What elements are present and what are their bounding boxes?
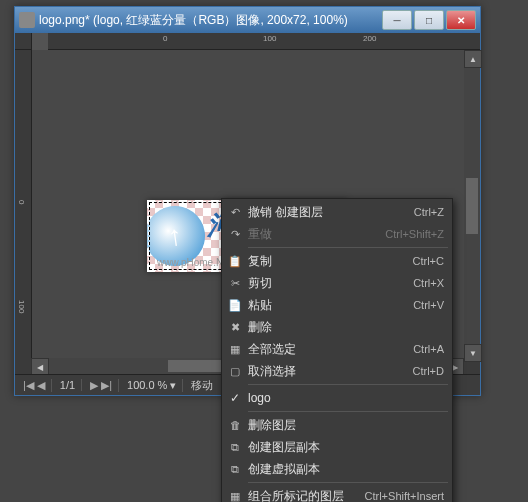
- nav-last-button[interactable]: ▶|: [101, 379, 112, 392]
- menu-label: 剪切: [244, 275, 413, 292]
- menu-shortcut: Ctrl+C: [413, 255, 444, 267]
- menu-icon: ▦: [226, 343, 244, 356]
- menu-label: 粘贴: [244, 297, 413, 314]
- menu-shortcut: Ctrl+A: [413, 343, 444, 355]
- maximize-button[interactable]: □: [414, 10, 444, 30]
- zoom-indicator[interactable]: 100.0 % ▾: [121, 379, 183, 392]
- menu-item-14[interactable]: ⧉创建虚拟副本: [222, 458, 452, 480]
- window-title: logo.png* (logo, 红绿蓝分量（RGB）图像, 200x72, 1…: [39, 12, 382, 29]
- menu-label: 全部选定: [244, 341, 413, 358]
- menu-icon: ✂: [226, 277, 244, 290]
- menu-item-1: ↷重做Ctrl+Shift+Z: [222, 223, 452, 245]
- nav-first-button[interactable]: |◀: [23, 379, 34, 392]
- scrollbar-vertical[interactable]: ▲ ▼: [464, 50, 480, 358]
- menu-item-6[interactable]: ✖删除: [222, 316, 452, 338]
- menu-label: 创建图层副本: [244, 439, 444, 456]
- menu-item-3[interactable]: 📋复制Ctrl+C: [222, 250, 452, 272]
- menu-item-4[interactable]: ✂剪切Ctrl+X: [222, 272, 452, 294]
- close-button[interactable]: ✕: [446, 10, 476, 30]
- menu-item-12[interactable]: 🗑删除图层: [222, 414, 452, 436]
- menu-icon: ↶: [226, 206, 244, 219]
- scroll-down-button[interactable]: ▼: [464, 344, 482, 362]
- menu-icon: ↷: [226, 228, 244, 241]
- menu-separator: [248, 384, 448, 385]
- ruler-horizontal[interactable]: 0 100 200: [48, 33, 480, 50]
- menu-icon: ▢: [226, 365, 244, 378]
- menu-shortcut: Ctrl+V: [413, 299, 444, 311]
- nav-next-button[interactable]: ▶: [90, 379, 98, 392]
- nav-prev-button[interactable]: ◀: [37, 379, 45, 392]
- menu-item-13[interactable]: ⧉创建图层副本: [222, 436, 452, 458]
- menu-icon: ⧉: [226, 441, 244, 454]
- minimize-button[interactable]: ─: [382, 10, 412, 30]
- menu-label: 复制: [244, 253, 413, 270]
- menu-label: 重做: [244, 226, 385, 243]
- menu-label: 删除: [244, 319, 444, 336]
- menu-separator: [248, 411, 448, 412]
- menu-separator: [248, 482, 448, 483]
- tool-indicator: 移动: [185, 378, 219, 393]
- page-indicator: 1/1: [54, 379, 82, 391]
- menu-shortcut: Ctrl+X: [413, 277, 444, 289]
- ruler-corner: [15, 33, 32, 50]
- menu-separator: [248, 247, 448, 248]
- app-icon: [19, 12, 35, 28]
- menu-label: 创建虚拟副本: [244, 461, 444, 478]
- menu-shortcut: Ctrl+Shift+Z: [385, 228, 444, 240]
- menu-icon: 📋: [226, 255, 244, 268]
- context-menu: ↶撤销 创建图层Ctrl+Z↷重做Ctrl+Shift+Z📋复制Ctrl+C✂剪…: [221, 198, 453, 502]
- menu-icon: ▦: [226, 490, 244, 503]
- scroll-up-button[interactable]: ▲: [464, 50, 482, 68]
- ruler-vertical[interactable]: 0 100: [15, 50, 32, 358]
- menu-item-16[interactable]: ▦组合所标记的图层Ctrl+Shift+Insert: [222, 485, 452, 502]
- menu-label: 组合所标记的图层: [244, 488, 365, 503]
- menu-shortcut: Ctrl+Z: [414, 206, 444, 218]
- titlebar[interactable]: logo.png* (logo, 红绿蓝分量（RGB）图像, 200x72, 1…: [15, 7, 480, 33]
- menu-item-8[interactable]: ▢取消选择Ctrl+D: [222, 360, 452, 382]
- menu-item-7[interactable]: ▦全部选定Ctrl+A: [222, 338, 452, 360]
- menu-item-10[interactable]: ✓logo: [222, 387, 452, 409]
- menu-label: 取消选择: [244, 363, 413, 380]
- menu-icon: ✖: [226, 321, 244, 334]
- menu-item-5[interactable]: 📄粘贴Ctrl+V: [222, 294, 452, 316]
- menu-shortcut: Ctrl+Shift+Insert: [365, 490, 444, 502]
- menu-shortcut: Ctrl+D: [413, 365, 444, 377]
- menu-label: 撤销 创建图层: [244, 204, 414, 221]
- menu-icon: 🗑: [226, 419, 244, 431]
- menu-icon: 📄: [226, 299, 244, 312]
- menu-item-0[interactable]: ↶撤销 创建图层Ctrl+Z: [222, 201, 452, 223]
- chevron-down-icon: ▾: [170, 379, 176, 392]
- menu-label: logo: [244, 391, 444, 405]
- menu-label: 删除图层: [244, 417, 444, 434]
- check-icon: ✓: [226, 391, 244, 405]
- menu-icon: ⧉: [226, 463, 244, 476]
